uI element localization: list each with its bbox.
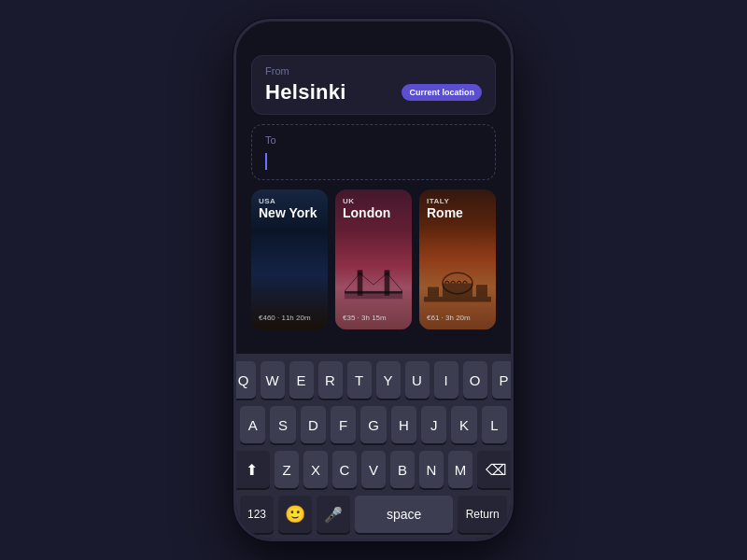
- card-content-ny: USA New York €460 · 11h 20m: [251, 189, 328, 329]
- key-b[interactable]: B: [390, 451, 415, 488]
- from-value: Helsinki: [265, 80, 346, 105]
- key-c[interactable]: C: [332, 451, 357, 488]
- key-numbers[interactable]: 123: [240, 496, 274, 533]
- content-area: From Helsinki Current location To: [236, 44, 511, 354]
- current-location-button[interactable]: Current location: [402, 84, 482, 101]
- card-price-london: €35 · 3h 15m: [343, 314, 404, 322]
- phone-screen: From Helsinki Current location To: [236, 21, 511, 539]
- keyboard-row-4: 123 🙂 🎤 space Return: [240, 496, 507, 533]
- destination-card-new-york[interactable]: USA New York €460 · 11h 20m: [251, 189, 328, 329]
- key-microphone[interactable]: 🎤: [317, 496, 350, 533]
- card-price-ny: €460 · 11h 20m: [259, 314, 320, 322]
- cards-row: USA New York €460 · 11h 20m: [251, 189, 496, 329]
- key-v[interactable]: V: [361, 451, 386, 488]
- from-label: From: [265, 65, 482, 77]
- key-delete[interactable]: ⌫: [477, 451, 511, 488]
- key-p[interactable]: P: [492, 361, 512, 399]
- key-z[interactable]: Z: [275, 451, 299, 488]
- card-city-rome: Rome: [427, 205, 488, 221]
- card-country-ny: USA: [259, 197, 320, 205]
- key-x[interactable]: X: [303, 451, 328, 488]
- to-label: To: [265, 134, 482, 146]
- key-e[interactable]: E: [289, 361, 314, 399]
- card-country-london: UK: [343, 197, 404, 205]
- card-price-rome: €61 · 3h 20m: [427, 314, 488, 322]
- key-shift[interactable]: ⬆: [236, 451, 270, 488]
- key-d[interactable]: D: [301, 406, 326, 443]
- key-return[interactable]: Return: [458, 496, 507, 533]
- destination-card-london[interactable]: UK London €35 · 3h 15m: [335, 189, 412, 329]
- key-s[interactable]: S: [270, 406, 295, 443]
- key-h[interactable]: H: [391, 406, 416, 443]
- keyboard: Q W E R T Y U I O P A S D F G H J K: [236, 354, 511, 539]
- key-u[interactable]: U: [405, 361, 430, 399]
- card-header-rome: ITALY Rome: [427, 197, 488, 221]
- card-country-rome: ITALY: [427, 197, 488, 205]
- card-header-london: UK London: [343, 197, 404, 221]
- keyboard-row-3: ⬆ Z X C V B N M ⌫: [240, 451, 507, 488]
- key-w[interactable]: W: [261, 361, 285, 399]
- destination-card-rome[interactable]: ITALY Rome €61 · 3h 20m: [419, 189, 496, 329]
- card-header-ny: USA New York: [259, 197, 320, 221]
- key-l[interactable]: L: [482, 406, 507, 443]
- from-field-container: From Helsinki Current location: [251, 55, 496, 115]
- phone-frame: From Helsinki Current location To: [233, 19, 514, 541]
- key-emoji[interactable]: 🙂: [278, 496, 312, 533]
- from-row: Helsinki Current location: [265, 80, 482, 105]
- key-f[interactable]: F: [331, 406, 356, 443]
- key-o[interactable]: O: [463, 361, 487, 399]
- destination-cards-section: USA New York €460 · 11h 20m: [251, 189, 496, 354]
- keyboard-row-2: A S D F G H J K L: [240, 406, 507, 443]
- key-q[interactable]: Q: [236, 361, 256, 399]
- key-t[interactable]: T: [347, 361, 372, 399]
- key-j[interactable]: J: [421, 406, 446, 443]
- status-bar: [236, 21, 511, 44]
- key-g[interactable]: G: [360, 406, 386, 443]
- card-city-ny: New York: [259, 205, 320, 221]
- card-content-rome: ITALY Rome €61 · 3h 20m: [419, 189, 496, 329]
- to-field-container[interactable]: To: [251, 124, 496, 180]
- key-n[interactable]: N: [419, 451, 444, 488]
- text-cursor: [265, 153, 267, 170]
- key-y[interactable]: Y: [376, 361, 401, 399]
- key-a[interactable]: A: [240, 406, 265, 443]
- key-space[interactable]: space: [355, 496, 453, 533]
- key-r[interactable]: R: [318, 361, 343, 399]
- card-content-london: UK London €35 · 3h 15m: [335, 189, 412, 329]
- keyboard-row-1: Q W E R T Y U I O P: [240, 361, 507, 399]
- card-city-london: London: [343, 205, 404, 221]
- key-m[interactable]: M: [448, 451, 472, 488]
- key-i[interactable]: I: [434, 361, 458, 399]
- key-k[interactable]: K: [451, 406, 476, 443]
